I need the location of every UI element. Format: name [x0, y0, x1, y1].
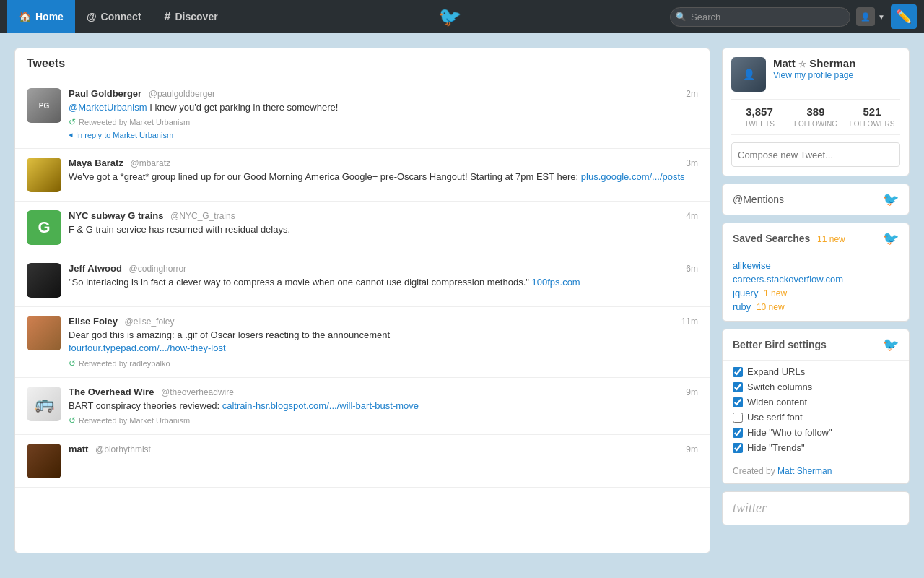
tweets-count: 3,857	[731, 105, 788, 118]
table-row: Elise Foley @elise_foley 11m Dear god th…	[15, 307, 710, 377]
setting-widen-content[interactable]: Widen content	[733, 397, 899, 407]
tweet-url-link[interactable]: 100fps.com	[532, 277, 580, 288]
retweet-by: Retweeted by Market Urbanism	[79, 118, 190, 126]
avatar: PG	[27, 88, 61, 123]
retweet-by: Retweeted by Market Urbanism	[79, 416, 190, 425]
stat-tweets[interactable]: 3,857 TWEETS	[731, 105, 788, 129]
table-row: matt @biorhythmist 9m	[15, 435, 710, 488]
tweets-header: Tweets	[15, 48, 710, 79]
arrow-icon: ◂	[69, 130, 73, 139]
settings-list: Expand URLs Switch columns Widen content…	[723, 361, 909, 463]
serif-font-label: Use serif font	[747, 412, 803, 423]
avatar: 🚌	[27, 387, 61, 421]
saved-search-link[interactable]: alikewise	[733, 260, 771, 271]
tweet-text: Dear god this is amazing: a .gif of Osca…	[69, 329, 698, 355]
stat-following[interactable]: 389 FOLLOWING	[788, 105, 844, 129]
tweet-time: 4m	[686, 211, 698, 221]
at-icon: @	[87, 11, 97, 22]
tweet-content: The Overhead Wire @theoverheadwire 9m BA…	[69, 387, 698, 426]
setting-serif-font[interactable]: Use serif font	[733, 412, 899, 423]
tweet-handle: @mbaratz	[131, 158, 171, 168]
mention-link[interactable]: @MarketUrbanism	[69, 102, 147, 113]
setting-switch-columns[interactable]: Switch columns	[733, 381, 899, 392]
expand-urls-checkbox[interactable]	[733, 367, 743, 377]
avatar	[27, 444, 61, 478]
widen-content-label: Widen content	[747, 397, 807, 407]
tweet-meta: ↺ Retweeted by Market Urbanism	[69, 415, 698, 426]
list-item: jquery 1 new	[733, 288, 899, 298]
reply-link[interactable]: In reply to Market Urbanism	[76, 131, 173, 139]
nav-discover[interactable]: # Discover	[153, 0, 230, 33]
saved-search-link[interactable]: jquery	[733, 288, 758, 298]
tweet-content: Maya Baratz @mbaratz 3m We've got a *gre…	[69, 158, 698, 192]
setting-expand-urls[interactable]: Expand URLs	[733, 366, 899, 377]
navbar: 🏠 Home @ Connect # Discover 🐦 🔍 👤 ▼ ✏️	[0, 0, 924, 33]
stat-followers[interactable]: 521 FOLLOWERS	[844, 105, 900, 129]
tweet-handle: @codinghorror	[129, 264, 187, 274]
tweet-content: matt @biorhythmist 9m	[69, 444, 698, 478]
user-menu[interactable]: 👤 ▼	[856, 7, 885, 26]
hide-trends-label: Hide "Trends"	[747, 442, 805, 453]
tweet-url-link[interactable]: caltrain-hsr.blogspot.com/.../will-bart-…	[222, 400, 419, 411]
saved-search-link[interactable]: ruby	[733, 301, 751, 312]
created-link[interactable]: Matt Sherman	[777, 466, 832, 476]
tweet-url-link[interactable]: plus.google.com/.../posts	[581, 171, 685, 182]
tweet-meta: ↺ Retweeted by Market Urbanism	[69, 117, 698, 127]
list-item: ruby 10 new	[733, 301, 899, 312]
compose-tweet-input[interactable]	[731, 142, 900, 167]
avatar: G	[27, 210, 61, 245]
avatar	[27, 316, 61, 350]
saved-searches-header: Saved Searches 11 new 🐦	[723, 223, 909, 254]
followers-count: 521	[844, 105, 900, 118]
switch-columns-checkbox[interactable]	[733, 382, 743, 392]
nav-home-label: Home	[35, 11, 64, 22]
main-content: Tweets PG Paul Goldberger @paulgoldberge…	[0, 33, 924, 568]
saved-searches-widget: Saved Searches 11 new 🐦 alikewise career…	[722, 223, 910, 322]
saved-searches-bird-icon: 🐦	[883, 230, 899, 246]
setting-hide-trends[interactable]: Hide "Trends"	[733, 442, 899, 453]
saved-search-link[interactable]: careers.stackoverflow.com	[733, 274, 843, 285]
compose-icon: ✏️	[896, 9, 912, 25]
setting-hide-who-to-follow[interactable]: Hide "Who to follow"	[733, 427, 899, 438]
avatar	[27, 158, 61, 192]
avatar	[27, 263, 61, 298]
nav-user-avatar: 👤	[856, 7, 875, 26]
table-row: G NYC subway G trains @NYC_G_trains 4m F…	[15, 202, 710, 254]
table-row: PG Paul Goldberger @paulgoldberger 2m @M…	[15, 79, 710, 149]
tweet-url-link[interactable]: fourfour.typepad.com/.../how-they-lost	[69, 342, 226, 353]
followers-label: FOLLOWERS	[850, 120, 895, 128]
tweet-content: NYC subway G trains @NYC_G_trains 4m F &…	[69, 210, 698, 245]
following-label: FOLLOWING	[794, 120, 837, 128]
right-column: 👤 Matt ☆ Sherman View my profile page 3,…	[722, 48, 910, 553]
tweet-text: @MarketUrbanism I knew you'd get parking…	[69, 101, 698, 114]
tweet-meta: ↺ Retweeted by radleybalko	[69, 358, 698, 368]
search-input[interactable]	[670, 7, 850, 27]
profile-last-name: Sherman	[809, 57, 855, 69]
saved-searches-list: alikewise careers.stackoverflow.com jque…	[723, 254, 909, 321]
tweet-reply-meta: ◂ In reply to Market Urbanism	[69, 130, 698, 139]
hide-who-checkbox[interactable]	[733, 428, 743, 438]
list-item: careers.stackoverflow.com	[733, 274, 899, 285]
tweet-author-name: matt	[69, 444, 88, 454]
table-row: Maya Baratz @mbaratz 3m We've got a *gre…	[15, 149, 710, 202]
mentions-widget[interactable]: @Mentions 🐦	[722, 184, 910, 215]
table-row: 🚌 The Overhead Wire @theoverheadwire 9m …	[15, 378, 710, 435]
nav-connect[interactable]: @ Connect	[75, 0, 153, 33]
nav-home[interactable]: 🏠 Home	[7, 0, 75, 33]
switch-columns-label: Switch columns	[747, 381, 812, 392]
widen-content-checkbox[interactable]	[733, 397, 743, 407]
tweet-time: 11m	[681, 316, 698, 327]
tweet-handle: @elise_foley	[125, 316, 175, 327]
serif-font-checkbox[interactable]	[733, 413, 743, 423]
profile-page-link[interactable]: View my profile page	[773, 70, 853, 80]
tweet-handle: @theoverheadwire	[161, 387, 234, 397]
saved-searches-title-row: Saved Searches 11 new	[733, 233, 845, 244]
tweets-column: Tweets PG Paul Goldberger @paulgoldberge…	[14, 48, 710, 553]
better-bird-widget: Better Bird settings 🐦 Expand URLs Switc…	[722, 329, 910, 484]
profile-avatar: 👤	[731, 57, 766, 92]
compose-tweet-button[interactable]: ✏️	[891, 4, 917, 29]
tweet-time: 9m	[686, 444, 698, 454]
following-count: 389	[788, 105, 844, 118]
expand-urls-label: Expand URLs	[747, 366, 805, 377]
hide-trends-checkbox[interactable]	[733, 443, 743, 453]
